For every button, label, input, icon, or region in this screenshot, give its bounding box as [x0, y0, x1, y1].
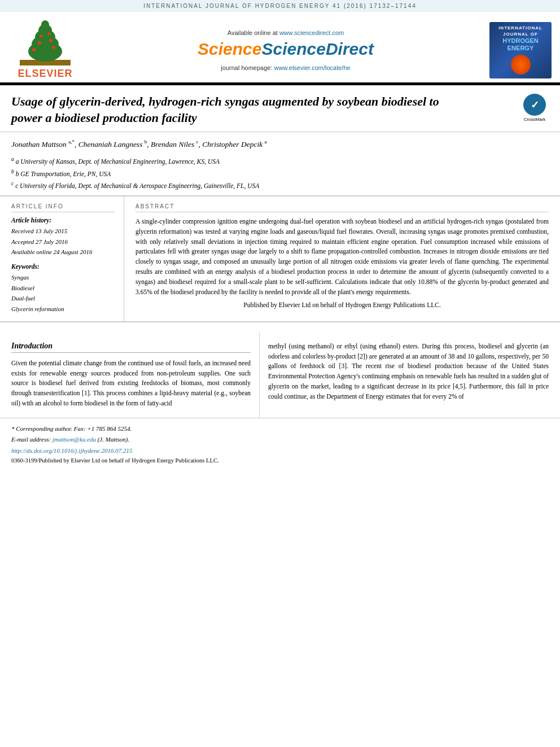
svg-point-9: [38, 41, 41, 45]
footer-section: * Corresponding author. Fax: +1 785 864 …: [0, 418, 560, 470]
affiliation-a: a a University of Kansas, Dept. of Mecha…: [11, 155, 549, 167]
email-note: E-mail address: jmattson@ku.edu (J. Matt…: [11, 435, 549, 444]
elsevier-wordmark: ELSEVIER: [18, 68, 72, 80]
keyword-syngas: Syngas: [11, 272, 115, 283]
doi-link: http://dx.doi.org/10.1016/j.ijhydene.201…: [11, 446, 549, 456]
author-email-link[interactable]: jmattson@ku.edu: [53, 436, 96, 443]
crossmark-label: CrossMark: [524, 117, 546, 122]
sciencedirect-logo: ScienceScienceDirect: [198, 40, 374, 59]
available-online-date: Available online 24 August 2016: [11, 247, 115, 257]
available-online-text: Available online at www.sciencedirect.co…: [228, 29, 344, 36]
article-title: Usage of glycerin-derived, hydrogen-rich…: [11, 94, 452, 126]
history-label: Article history:: [11, 217, 115, 224]
article-info-heading: ARTICLE INFO: [11, 203, 115, 212]
intro-right-text: methyl (using methanol) or ethyl (using …: [268, 342, 549, 402]
elsevier-tree-icon: [20, 20, 71, 65]
authors-line: Jonathan Mattson a,*, Chenaniah Langness…: [11, 138, 549, 150]
introduction-title: Introduction: [11, 342, 251, 353]
introduction-section: Introduction Given the potential climate…: [0, 333, 560, 418]
svg-point-10: [49, 39, 53, 42]
journal-cover-section: INTERNATIONAL JOURNAL OF HYDROGEN ENERGY: [481, 18, 560, 82]
journal-homepage-line: journal homepage: www.elsevier.com/locat…: [221, 64, 350, 71]
journal-homepage-link[interactable]: www.elsevier.com/locate/he: [274, 64, 351, 71]
elsevier-logo: ELSEVIER: [18, 20, 72, 80]
svg-point-6: [41, 20, 49, 29]
intro-left-text: Given the potential climate change from …: [11, 359, 251, 409]
article-info-abstract-section: ARTICLE INFO Article history: Received 1…: [0, 196, 560, 322]
available-online-link[interactable]: www.sciencedirect.com: [279, 29, 344, 36]
svg-point-11: [40, 35, 43, 38]
svg-point-8: [52, 46, 55, 49]
page-header: ELSEVIER Available online at www.science…: [0, 12, 560, 84]
spacer: [0, 322, 560, 333]
doi-anchor[interactable]: http://dx.doi.org/10.1016/j.ijhydene.201…: [11, 447, 132, 454]
intro-right-column: methyl (using methanol) or ethyl (using …: [260, 333, 560, 418]
corresponding-author-note: * Corresponding author. Fax: +1 785 864 …: [11, 424, 549, 434]
abstract-column: ABSTRACT A single-cylinder compression i…: [124, 196, 560, 321]
keyword-dualfuel: Dual-fuel: [11, 293, 115, 304]
authors-section: Jonathan Mattson a,*, Chenaniah Langness…: [0, 132, 560, 196]
affiliation-c: c c University of Florida, Dept. of Mech…: [11, 179, 549, 191]
article-info-column: ARTICLE INFO Article history: Received 1…: [0, 196, 124, 321]
crossmark-badge: ✓ CrossMark: [520, 94, 549, 122]
elsevier-logo-section: ELSEVIER: [0, 18, 90, 82]
accepted-date: Accepted 27 July 2016: [11, 237, 115, 247]
intro-left-column: Introduction Given the potential climate…: [0, 333, 260, 418]
abstract-published: Published by Elsevier Ltd on behalf of H…: [135, 300, 549, 311]
journal-cover-circle: [511, 55, 531, 75]
abstract-text: A single-cylinder compression ignition e…: [135, 217, 549, 298]
svg-point-12: [48, 33, 51, 36]
article-title-section: Usage of glycerin-derived, hydrogen-rich…: [0, 85, 560, 132]
keyword-glycerin: Glycerin reformation: [11, 304, 115, 314]
affiliation-b: b b GE Transportation, Erie, PN, USA: [11, 167, 549, 179]
crossmark-icon: ✓: [523, 94, 546, 116]
abstract-heading: ABSTRACT: [135, 203, 549, 212]
svg-point-7: [32, 48, 36, 51]
affiliations: a a University of Kansas, Dept. of Mecha…: [11, 155, 549, 191]
issn-notice: 0360-3199/Published by Elsevier Ltd on b…: [11, 457, 549, 464]
journal-cover-image: INTERNATIONAL JOURNAL OF HYDROGEN ENERGY: [489, 22, 552, 78]
keyword-biodiesel: Biodiesel: [11, 283, 115, 294]
keywords-label: Keywords:: [11, 263, 115, 270]
sciencedirect-section: Available online at www.sciencedirect.co…: [90, 18, 481, 82]
journal-bar: INTERNATIONAL JOURNAL OF HYDROGEN ENERGY…: [0, 0, 560, 12]
received-date: Received 13 July 2015: [11, 226, 115, 237]
journal-bar-text: INTERNATIONAL JOURNAL OF HYDROGEN ENERGY…: [143, 3, 417, 9]
